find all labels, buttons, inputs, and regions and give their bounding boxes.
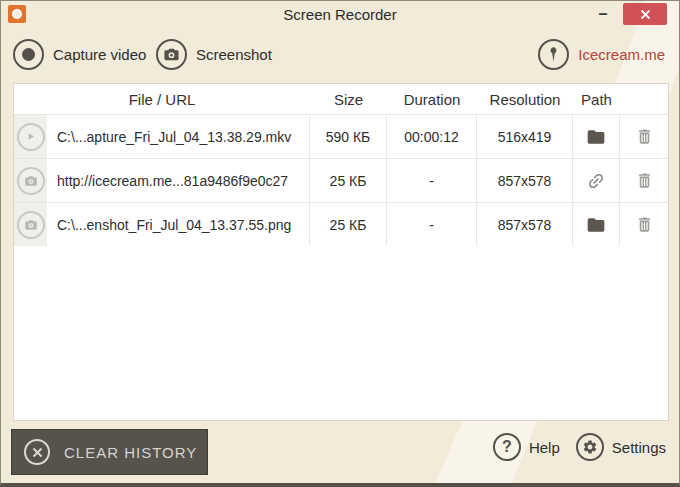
link-icon[interactable] xyxy=(586,171,606,191)
titlebar[interactable]: Screen Recorder – xyxy=(1,1,679,27)
close-icon xyxy=(640,9,651,20)
screenshot-label: Screenshot xyxy=(196,46,272,63)
help-label: Help xyxy=(529,439,560,456)
help-button[interactable]: ? Help xyxy=(493,433,560,461)
trash-icon[interactable] xyxy=(635,171,654,190)
file-size: 25 КБ xyxy=(310,159,387,202)
capture-video-label: Capture video xyxy=(53,46,146,63)
file-name: C:\...enshot_Fri_Jul_04_13.37.55.png xyxy=(47,203,310,246)
file-name: http://icecream.me...81a9486f9e0c27 xyxy=(47,159,310,202)
window-title: Screen Recorder xyxy=(1,6,679,23)
table-header: File / URL Size Duration Resolution Path xyxy=(14,84,668,114)
header-duration: Duration xyxy=(387,91,477,108)
file-duration: - xyxy=(387,203,477,246)
table-row: C:\...enshot_Fri_Jul_04_13.37.55.png 25 … xyxy=(14,202,668,246)
clear-history-button[interactable]: CLEAR HISTORY xyxy=(11,429,208,475)
screenshot-button[interactable]: Screenshot xyxy=(156,39,272,70)
header-size: Size xyxy=(310,91,387,108)
history-table: File / URL Size Duration Resolution Path… xyxy=(13,83,669,421)
header-path: Path xyxy=(573,91,620,108)
minimize-button[interactable]: – xyxy=(591,3,615,25)
capture-video-button[interactable]: Capture video xyxy=(13,39,146,70)
close-button[interactable] xyxy=(623,3,667,25)
file-size: 590 КБ xyxy=(310,115,387,158)
play-icon[interactable] xyxy=(17,123,45,151)
icecream-cone-icon xyxy=(538,39,569,70)
header-resolution: Resolution xyxy=(477,91,573,108)
file-name: C:\...apture_Fri_Jul_04_13.38.29.mkv xyxy=(47,115,310,158)
brand-label: Icecream.me xyxy=(578,46,665,63)
camera-icon xyxy=(156,39,187,70)
header-file-url: File / URL xyxy=(14,91,310,108)
camera-icon xyxy=(17,167,45,195)
file-resolution: 857x578 xyxy=(477,203,573,246)
file-resolution: 516x419 xyxy=(477,115,573,158)
clear-history-label: CLEAR HISTORY xyxy=(64,444,197,461)
folder-icon[interactable] xyxy=(586,215,606,235)
folder-icon[interactable] xyxy=(586,127,606,147)
trash-icon[interactable] xyxy=(635,127,654,146)
gear-icon xyxy=(576,433,604,461)
file-resolution: 857x578 xyxy=(477,159,573,202)
settings-button[interactable]: Settings xyxy=(576,433,666,461)
trash-icon[interactable] xyxy=(635,215,654,234)
brand-link[interactable]: Icecream.me xyxy=(538,39,665,70)
toolbar: Capture video Screenshot Icecream.me xyxy=(1,27,679,83)
app-window: Screen Recorder – Capture video Screens xyxy=(0,0,680,487)
file-duration: 00:00:12 xyxy=(387,115,477,158)
table-row: C:\...apture_Fri_Jul_04_13.38.29.mkv 590… xyxy=(14,114,668,158)
footer: CLEAR HISTORY ? Help Settings xyxy=(1,420,679,483)
table-row: http://icecream.me...81a9486f9e0c27 25 К… xyxy=(14,158,668,202)
camera-icon xyxy=(17,211,45,239)
x-circle-icon xyxy=(24,439,50,465)
file-size: 25 КБ xyxy=(310,203,387,246)
file-duration: - xyxy=(387,159,477,202)
question-icon: ? xyxy=(493,433,521,461)
settings-label: Settings xyxy=(612,439,666,456)
record-icon xyxy=(13,39,44,70)
